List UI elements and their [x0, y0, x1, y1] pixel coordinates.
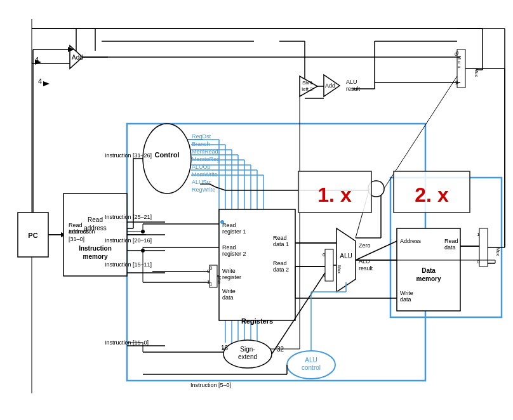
svg-point-38: [143, 124, 191, 194]
svg-text:register: register: [222, 274, 241, 280]
svg-text:Instruction [15–0]: Instruction [15–0]: [105, 339, 149, 346]
svg-text:Mux: Mux: [217, 276, 222, 285]
svg-text:Read: Read: [222, 244, 236, 251]
svg-text:ALUOp: ALUOp: [192, 164, 211, 170]
svg-text:Instruction [31–26]: Instruction [31–26]: [105, 152, 152, 159]
svg-text:x: x: [457, 66, 462, 69]
svg-text:Add: Add: [72, 54, 83, 61]
svg-text:4: 4: [38, 77, 42, 85]
svg-text:left 2: left 2: [302, 86, 313, 92]
svg-text:Zero: Zero: [359, 242, 371, 249]
svg-text:ALU: ALU: [305, 357, 317, 364]
svg-text:2. x: 2. x: [415, 183, 449, 206]
svg-text:Read: Read: [273, 235, 287, 241]
svg-text:Read: Read: [273, 260, 287, 266]
svg-text:ALU: ALU: [346, 79, 357, 85]
svg-text:Instruction [15–11]: Instruction [15–11]: [105, 261, 152, 268]
svg-text:data: data: [444, 244, 456, 251]
svg-text:control: control: [302, 364, 321, 371]
svg-rect-91: [325, 249, 333, 281]
svg-text:Mux: Mux: [337, 265, 342, 274]
svg-text:Instruction [20–16]: Instruction [20–16]: [105, 237, 152, 244]
svg-text:result: result: [359, 265, 373, 272]
svg-text:memory: memory: [83, 253, 108, 260]
svg-text:0: 0: [323, 252, 326, 258]
svg-text:Shift: Shift: [302, 80, 313, 86]
svg-point-204: [141, 249, 145, 253]
svg-text:Read: Read: [69, 222, 83, 228]
svg-text:Write: Write: [222, 268, 236, 274]
svg-text:register 1: register 1: [222, 228, 246, 235]
svg-text:Add: Add: [325, 82, 335, 89]
svg-text:data 1: data 1: [273, 241, 289, 247]
svg-text:Control: Control: [154, 151, 179, 159]
svg-text:1: 1: [456, 79, 459, 85]
svg-text:MemtoReg: MemtoReg: [192, 156, 220, 162]
svg-text:1: 1: [210, 281, 213, 287]
svg-text:PC: PC: [28, 232, 37, 239]
svg-text:Read: Read: [222, 222, 236, 228]
svg-text:32: 32: [277, 346, 284, 353]
svg-text:register 2: register 2: [222, 251, 246, 257]
svg-text:RegDst: RegDst: [192, 133, 211, 140]
svg-text:Data: Data: [422, 267, 436, 274]
svg-text:Mux: Mux: [474, 69, 479, 77]
svg-text:data 2: data 2: [273, 266, 289, 273]
svg-text:result: result: [346, 86, 361, 92]
svg-text:data: data: [222, 294, 234, 301]
svg-text:ALU: ALU: [340, 253, 352, 259]
svg-text:Write: Write: [400, 290, 413, 296]
diagram-container: PC Read address Instruction memory Add 4…: [0, 0, 513, 420]
svg-point-203: [141, 230, 145, 233]
svg-text:M: M: [457, 56, 462, 60]
svg-text:Address: Address: [400, 238, 422, 244]
svg-text:ALUSrc: ALUSrc: [192, 179, 212, 185]
svg-text:data: data: [400, 296, 411, 303]
svg-text:Instruction: Instruction: [79, 245, 112, 252]
svg-text:address: address: [69, 228, 90, 235]
svg-text:0: 0: [477, 259, 480, 265]
svg-text:0: 0: [210, 265, 213, 271]
svg-text:[31–0]: [31–0]: [69, 236, 84, 242]
svg-text:1: 1: [477, 232, 480, 237]
svg-text:Instruction [5–0]: Instruction [5–0]: [190, 382, 231, 388]
svg-text:ALU: ALU: [359, 258, 370, 265]
svg-text:Branch: Branch: [192, 141, 210, 147]
svg-text:Instruction [25–21]: Instruction [25–21]: [105, 214, 152, 220]
svg-text:Read: Read: [88, 216, 103, 223]
svg-text:Read: Read: [444, 238, 458, 244]
svg-text:RegWrite: RegWrite: [192, 187, 215, 193]
svg-text:u: u: [457, 61, 462, 63]
svg-text:Mux: Mux: [496, 247, 500, 256]
svg-text:extend: extend: [238, 353, 257, 360]
svg-text:1. x: 1. x: [317, 183, 352, 206]
svg-text:Registers: Registers: [241, 317, 273, 325]
svg-point-205: [220, 220, 224, 224]
svg-text:MemWrite: MemWrite: [192, 171, 218, 178]
svg-text:0: 0: [456, 50, 459, 56]
svg-text:memory: memory: [416, 275, 441, 282]
svg-text:MemRead: MemRead: [192, 148, 218, 155]
svg-text:Write: Write: [222, 288, 236, 294]
svg-text:Sign-: Sign-: [240, 346, 255, 353]
svg-text:16: 16: [221, 345, 229, 351]
svg-rect-111: [479, 228, 488, 266]
